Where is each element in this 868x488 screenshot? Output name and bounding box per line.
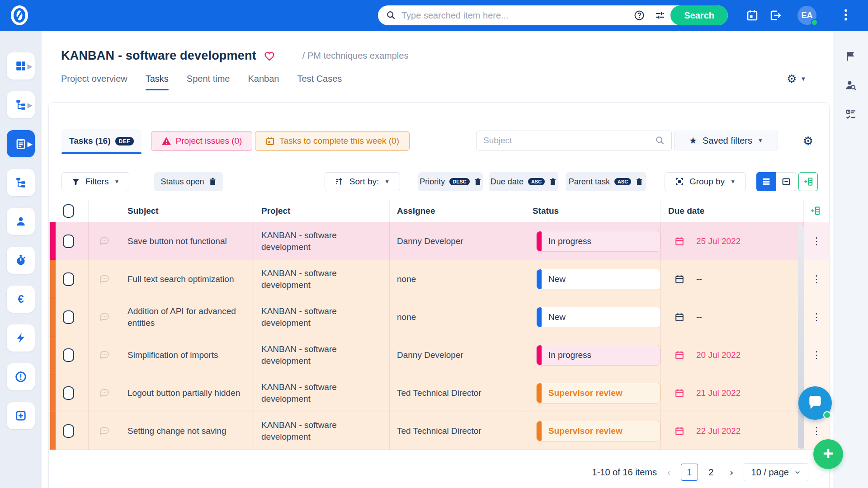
row-menu-button[interactable]: ⋮ xyxy=(811,311,821,323)
column-header-due-date[interactable]: Due date xyxy=(661,200,804,222)
column-header-assignee[interactable]: Assignee xyxy=(390,200,525,222)
column-header-status[interactable]: Status xyxy=(525,200,661,222)
group-by-button[interactable]: Group by ▼ xyxy=(665,172,746,191)
user-search-icon[interactable] xyxy=(845,80,857,91)
sidebar-item-stopwatch[interactable] xyxy=(7,247,35,274)
remove-sort-icon[interactable] xyxy=(549,178,557,186)
page-button-1[interactable]: 1 xyxy=(681,464,698,481)
status-badge[interactable]: New xyxy=(536,269,660,290)
task-subject[interactable]: Addition of API for advanced entities xyxy=(127,305,254,328)
table-row[interactable]: Addition of API for advanced entities KA… xyxy=(49,298,829,336)
row-menu-button[interactable]: ⋮ xyxy=(811,235,821,247)
status-badge[interactable]: New xyxy=(536,307,660,328)
sidebar-item-tree[interactable]: ▶ xyxy=(7,91,35,118)
task-subject[interactable]: Setting change not saving xyxy=(127,425,236,437)
row-checkbox[interactable] xyxy=(63,310,74,324)
add-column-button[interactable] xyxy=(798,172,818,191)
page-settings-button[interactable]: ⚙▼ xyxy=(787,72,806,85)
prev-page-button[interactable]: ‹ xyxy=(667,467,671,478)
tab-kanban[interactable]: Kanban xyxy=(248,74,279,89)
status-badge[interactable]: In progress xyxy=(536,231,660,252)
comment-icon[interactable] xyxy=(99,350,110,360)
task-project[interactable]: KANBAN - software development xyxy=(261,381,389,404)
search-settings-icon[interactable] xyxy=(655,10,665,21)
row-checkbox[interactable] xyxy=(63,386,74,400)
per-page-select[interactable]: 10 / page xyxy=(744,463,808,481)
next-page-button[interactable]: › xyxy=(730,467,734,478)
sort-chip-due-date[interactable]: Due dateASC xyxy=(489,172,558,191)
sort-chip-priority[interactable]: PriorityDESC xyxy=(418,172,483,191)
remove-filter-icon[interactable] xyxy=(209,178,217,186)
filters-button[interactable]: Filters ▼ xyxy=(61,172,129,191)
remove-sort-icon[interactable] xyxy=(474,178,481,186)
select-all-checkbox[interactable] xyxy=(63,204,74,218)
filter-tab-week[interactable]: Tasks to complete this week (0) xyxy=(255,131,410,151)
saved-filters-button[interactable]: ★ Saved filters ▼ xyxy=(674,131,778,150)
row-checkbox[interactable] xyxy=(63,348,74,362)
row-checkbox[interactable] xyxy=(63,424,74,438)
global-search-input[interactable] xyxy=(401,10,629,21)
sort-chip-parent-task[interactable]: Parent taskASC xyxy=(566,172,646,191)
filter-tab-project-issues[interactable]: Project issues (0) xyxy=(151,131,252,151)
tab-tasks[interactable]: Tasks xyxy=(146,74,169,89)
table-row[interactable]: Logout button partially hidden KANBAN - … xyxy=(49,374,829,412)
tab-test-cases[interactable]: Test Cases xyxy=(297,74,342,89)
list-settings-button[interactable]: ⚙ xyxy=(798,131,818,150)
sidebar-item-alert[interactable] xyxy=(7,363,35,390)
tab-project-overview[interactable]: Project overview xyxy=(61,74,127,89)
table-scrollbar[interactable] xyxy=(798,225,804,449)
sidebar-item-dashboard[interactable]: ▶ xyxy=(7,52,35,80)
task-project[interactable]: KANBAN - software development xyxy=(261,343,389,366)
help-icon[interactable] xyxy=(634,10,645,21)
remove-sort-icon[interactable] xyxy=(636,178,643,186)
list-view-button[interactable] xyxy=(756,172,776,191)
sidebar-item-clipboard-active[interactable]: ▶ xyxy=(7,130,35,157)
status-badge[interactable]: Supervisor review xyxy=(536,421,660,441)
more-menu-icon[interactable] xyxy=(840,8,852,22)
task-subject[interactable]: Full text search optimization xyxy=(127,273,243,285)
subject-filter-input[interactable] xyxy=(483,136,655,145)
row-checkbox[interactable] xyxy=(63,235,74,248)
row-checkbox[interactable] xyxy=(63,272,74,286)
task-project[interactable]: KANBAN - software development xyxy=(261,267,389,291)
sidebar-item-euro[interactable]: € xyxy=(7,286,35,313)
checklist-icon[interactable] xyxy=(845,108,857,120)
table-row[interactable]: Save button not functional KANBAN - soft… xyxy=(49,222,829,260)
comment-icon[interactable] xyxy=(99,274,110,284)
task-subject[interactable]: Logout button partially hidden xyxy=(127,387,249,399)
comment-icon[interactable] xyxy=(99,388,110,398)
row-menu-button[interactable]: ⋮ xyxy=(811,273,821,285)
add-column-icon[interactable] xyxy=(810,206,821,216)
sidebar-item-tree[interactable] xyxy=(7,169,35,196)
task-subject[interactable]: Save button not functional xyxy=(127,235,236,247)
table-row[interactable]: Full text search optimization KANBAN - s… xyxy=(49,260,829,298)
task-project[interactable]: KANBAN - software development xyxy=(261,419,389,442)
sidebar-item-bolt[interactable] xyxy=(7,324,35,352)
sidebar-item-plus-square[interactable] xyxy=(7,402,35,429)
row-menu-button[interactable]: ⋮ xyxy=(811,349,821,361)
favorite-heart-icon[interactable] xyxy=(264,51,275,61)
column-header-project[interactable]: Project xyxy=(254,200,390,222)
chat-widget-button[interactable] xyxy=(798,386,832,420)
app-logo-icon[interactable] xyxy=(9,5,30,26)
status-badge[interactable]: In progress xyxy=(536,345,660,366)
log-time-icon[interactable] xyxy=(769,9,782,22)
comment-icon[interactable] xyxy=(99,312,110,322)
calendar-icon[interactable] xyxy=(746,9,759,22)
row-menu-button[interactable]: ⋮ xyxy=(811,425,821,437)
status-filter-chip[interactable]: Status open xyxy=(154,172,223,191)
column-header-subject[interactable]: Subject xyxy=(120,200,254,222)
flag-icon[interactable] xyxy=(845,51,857,62)
status-badge[interactable]: Supervisor review xyxy=(536,383,660,404)
sidebar-item-person[interactable] xyxy=(7,208,35,235)
create-new-button[interactable]: + xyxy=(813,439,843,469)
task-project[interactable]: KANBAN - software development xyxy=(261,305,389,328)
task-project[interactable]: KANBAN - software development xyxy=(261,230,389,253)
tab-spent-time[interactable]: Spent time xyxy=(187,74,230,89)
task-subject[interactable]: Simplification of imports xyxy=(127,349,227,361)
comment-icon[interactable] xyxy=(99,236,110,246)
avatar[interactable]: EA xyxy=(797,6,816,25)
breadcrumb[interactable]: / PM techniques examples xyxy=(302,51,409,61)
filter-tab-tasks[interactable]: Tasks (16) DEF xyxy=(61,129,142,153)
table-row[interactable]: Setting change not saving KANBAN - softw… xyxy=(49,412,829,450)
